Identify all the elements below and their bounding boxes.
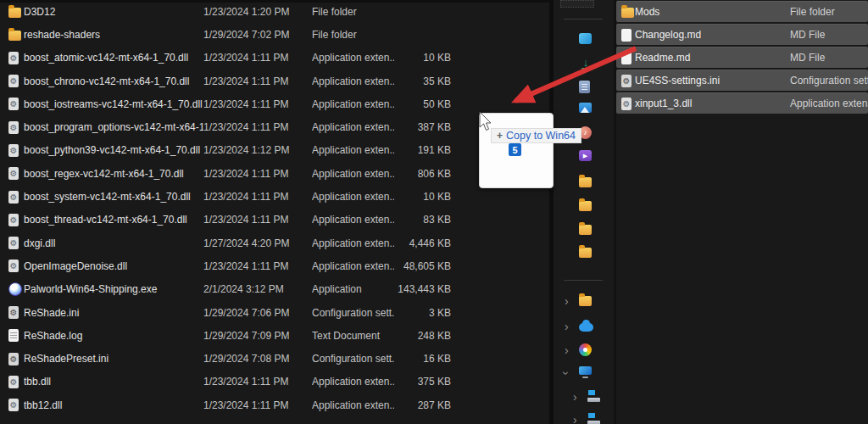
folder-icon <box>579 296 592 306</box>
nav-item-drive[interactable] <box>554 412 614 424</box>
file-type: File folder <box>312 6 394 18</box>
file-row[interactable]: tbb12.dll 1/23/2024 1:11 PM Application … <box>0 393 553 416</box>
file-type: Configuration sett... <box>312 307 394 319</box>
file-row[interactable]: D3D12 1/23/2024 1:20 PM File folder <box>0 0 553 23</box>
selected-file-row[interactable]: xinput1_3.dll Application extension <box>616 92 868 114</box>
nav-item-onedrive[interactable] <box>554 319 614 336</box>
ini-icon <box>8 306 19 319</box>
folder-icon <box>8 8 21 18</box>
file-date-modified: 1/23/2024 1:11 PM <box>203 376 312 388</box>
file-type: Application exten... <box>312 121 394 133</box>
nav-item-folder[interactable] <box>554 293 614 310</box>
ini-icon <box>8 353 19 365</box>
window-top-edge <box>0 0 559 3</box>
file-type: Configuration sett... <box>312 353 394 365</box>
file-type: Application exten... <box>312 237 394 249</box>
nav-item-this-pc[interactable] <box>554 365 614 382</box>
file-name: boost_thread-vc142-mt-x64-1_70.dll <box>24 214 203 226</box>
file-row[interactable]: boost_iostreams-vc142-mt-x64-1_70.dll 1/… <box>0 92 553 115</box>
file-type: Application exten... <box>312 376 394 388</box>
file-size: 387 KB <box>394 121 451 133</box>
file-name: boost_iostreams-vc142-mt-x64-1_70.dll <box>24 98 203 110</box>
downloads-icon <box>579 57 593 70</box>
file-row[interactable]: ReShade.log 1/29/2024 7:09 PM Text Docum… <box>0 324 553 347</box>
drive-icon <box>587 413 601 424</box>
nav-item-documents[interactable] <box>554 80 614 97</box>
file-date-modified: 1/23/2024 1:11 PM <box>203 121 312 133</box>
dll-icon <box>621 98 632 110</box>
nav-item-desktop[interactable] <box>554 32 614 49</box>
documents-icon <box>579 81 590 93</box>
file-row[interactable]: reshade-shaders 1/29/2024 7:02 PM File f… <box>0 23 553 46</box>
nav-item-folder[interactable] <box>554 175 614 192</box>
file-name: ReShade.log <box>24 330 203 342</box>
chevron-right-icon[interactable] <box>565 294 569 308</box>
dll-icon <box>8 259 19 272</box>
nav-item-pictures[interactable] <box>554 102 614 119</box>
selected-file-row[interactable]: Changelog.md MD File <box>616 24 868 45</box>
file-date-modified: 1/23/2024 1:11 PM <box>203 191 312 203</box>
file-size: 83 KB <box>394 214 451 226</box>
selected-file-row[interactable]: UE4SS-settings.ini Configuration setting… <box>616 70 868 91</box>
right-file-list: Mods File folder Changelog.md MD File Re… <box>616 0 868 424</box>
selected-file-row[interactable]: Readme.md MD File <box>616 47 868 68</box>
file-row[interactable]: boost_regex-vc142-mt-x64-1_70.dll 1/23/2… <box>0 162 553 185</box>
file-date-modified: 1/23/2024 1:11 PM <box>203 168 312 180</box>
nav-item-drive[interactable] <box>554 389 614 406</box>
dll-icon <box>8 144 19 157</box>
videos-icon <box>579 150 592 161</box>
file-name: dxgi.dll <box>24 237 203 249</box>
drag-action-tooltip: + Copy to Win64 <box>491 128 581 143</box>
file-row[interactable]: boost_atomic-vc142-mt-x64-1_70.dll 1/23/… <box>0 47 553 70</box>
dll-icon <box>8 52 19 64</box>
file-name: boost_program_options-vc142-mt-x64-1... <box>24 121 203 133</box>
file-row[interactable]: dxgi.dll 1/27/2024 4:20 PM Application e… <box>0 232 553 254</box>
chevron-right-icon[interactable] <box>565 320 569 333</box>
nav-item-gallery[interactable] <box>554 343 614 360</box>
selected-file-row[interactable]: Mods File folder <box>616 1 868 22</box>
nav-item-folder[interactable] <box>554 198 614 215</box>
file-type: Application exten... <box>312 191 394 203</box>
file-row[interactable]: Palworld-Win64-Shipping.exe 2/1/2024 3:1… <box>0 278 553 301</box>
file-row[interactable]: ReShadePreset.ini 1/29/2024 7:08 PM Conf… <box>0 347 553 370</box>
nav-item-folder[interactable] <box>554 222 614 239</box>
file-name: Palworld-Win64-Shipping.exe <box>24 283 203 295</box>
chevron-right-icon[interactable] <box>573 413 577 424</box>
left-file-list: D3D12 1/23/2024 1:20 PM File folder resh… <box>0 0 553 424</box>
file-row[interactable]: boost_chrono-vc142-mt-x64-1_70.dll 1/23/… <box>0 70 553 92</box>
dll-icon <box>8 167 19 180</box>
file-name: ReShadePreset.ini <box>24 353 203 365</box>
file-name: tbb12.dll <box>24 399 203 411</box>
file-size: 375 KB <box>394 376 451 388</box>
file-date-modified: 1/29/2024 7:06 PM <box>203 307 312 319</box>
file-size: 248 KB <box>394 330 451 342</box>
file-row[interactable]: OpenImageDenoise.dll 1/23/2024 1:11 PM A… <box>0 254 553 277</box>
file-row[interactable]: ReShade.ini 1/29/2024 7:06 PM Configurat… <box>0 301 553 324</box>
file-name: boost_python39-vc142-mt-x64-1_70.dll <box>24 144 203 156</box>
file-type: Application exten... <box>312 214 394 226</box>
file-name: reshade-shaders <box>24 29 203 41</box>
file-row[interactable]: boost_program_options-vc142-mt-x64-1... … <box>0 115 553 138</box>
file-name: xinput1_3.dll <box>635 98 692 109</box>
nav-item-folder[interactable] <box>554 245 614 262</box>
file-name: Changelog.md <box>635 29 701 41</box>
gallery-icon <box>579 343 592 356</box>
file-date-modified: 1/23/2024 1:20 PM <box>203 6 312 18</box>
file-row[interactable]: boost_system-vc142-mt-x64-1_70.dll 1/23/… <box>0 185 553 208</box>
chevron-right-icon[interactable] <box>565 343 569 357</box>
file-date-modified: 1/23/2024 1:11 PM <box>203 260 312 272</box>
file-row[interactable]: tbb.dll 1/23/2024 1:11 PM Application ex… <box>0 371 553 393</box>
nav-item-videos[interactable] <box>554 149 614 166</box>
chevron-down-icon[interactable] <box>559 371 573 376</box>
file-type: Application exten... <box>312 75 394 87</box>
file-size: 3 KB <box>394 307 451 319</box>
file-row[interactable]: boost_python39-vc142-mt-x64-1_70.dll 1/2… <box>0 139 553 162</box>
partially-visible-nav-item <box>560 0 594 8</box>
folder-icon <box>579 248 592 258</box>
chevron-right-icon[interactable] <box>573 390 577 404</box>
screenshot-stage: D3D12 1/23/2024 1:20 PM File folder resh… <box>0 0 868 424</box>
nav-separator <box>564 19 603 20</box>
nav-item-downloads[interactable] <box>554 56 614 73</box>
file-row[interactable]: boost_thread-vc142-mt-x64-1_70.dll 1/23/… <box>0 209 553 232</box>
file-name: boost_chrono-vc142-mt-x64-1_70.dll <box>24 75 203 87</box>
